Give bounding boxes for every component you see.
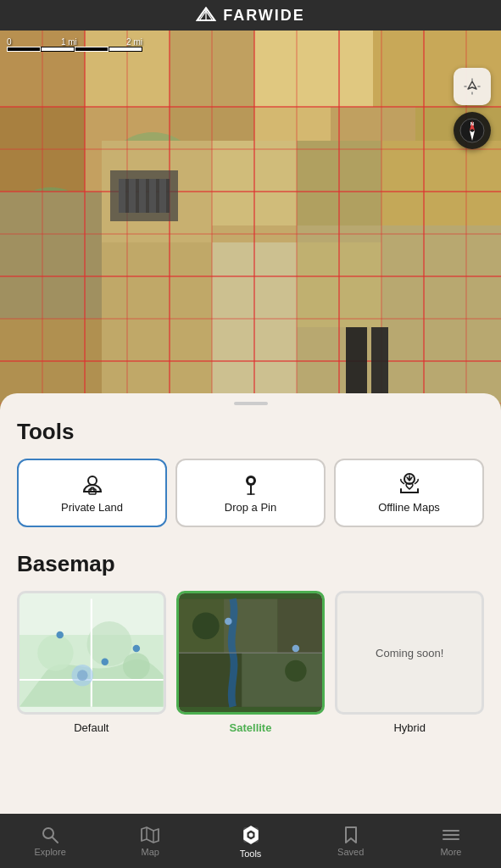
app-header: FARWIDE (0, 0, 501, 31)
nav-saved[interactable]: Saved (301, 819, 401, 864)
compass-icon: N (459, 117, 486, 144)
nav-saved-label: Saved (337, 847, 364, 857)
basemap-hybrid-label: Hybrid (393, 721, 426, 734)
basemap-section-title: Basemap (17, 551, 484, 577)
tools-icon (240, 824, 262, 846)
more-icon (442, 826, 460, 844)
basemap-options-row: Default (17, 591, 484, 734)
basemap-default-thumb (17, 591, 166, 715)
svg-point-88 (285, 660, 306, 682)
svg-point-80 (77, 670, 88, 681)
nav-map-label: Map (142, 847, 159, 857)
nav-tools-label: Tools (240, 849, 262, 859)
bottom-nav: Explore Map Tools Saved More (0, 814, 501, 868)
svg-point-73 (123, 653, 150, 680)
location-icon (463, 77, 482, 96)
map-icon (141, 826, 159, 844)
tools-section-title: Tools (17, 419, 484, 445)
svg-point-78 (133, 645, 140, 652)
svg-rect-20 (0, 192, 102, 319)
svg-point-76 (56, 632, 63, 638)
bottom-sheet: Tools Private Land D (0, 393, 501, 814)
svg-rect-8 (254, 31, 373, 107)
basemap-satellite-label: Satellite (230, 721, 272, 734)
nav-explore-label: Explore (34, 847, 65, 857)
explore-icon (41, 826, 59, 844)
svg-point-71 (37, 635, 73, 670)
compass: N (454, 112, 491, 149)
svg-point-67 (248, 478, 253, 483)
nav-more[interactable]: More (401, 819, 501, 864)
svg-rect-52 (119, 179, 125, 213)
private-land-button[interactable]: Private Land (17, 459, 167, 527)
offline-maps-icon (398, 472, 421, 496)
svg-rect-55 (149, 179, 156, 213)
basemap-hybrid-thumb: Coming soon! (335, 591, 484, 715)
nav-tools[interactable]: Tools (200, 817, 300, 865)
svg-text:N: N (470, 121, 474, 126)
map-view[interactable]: 0 1 mi 2 mi N (0, 31, 501, 444)
svg-line-93 (53, 837, 58, 843)
svg-point-90 (292, 645, 298, 652)
nav-explore[interactable]: Explore (0, 819, 100, 864)
svg-point-89 (225, 618, 231, 625)
svg-marker-59 (468, 81, 476, 89)
nav-map[interactable]: Map (100, 819, 200, 864)
svg-rect-54 (139, 179, 146, 213)
svg-point-77 (102, 659, 109, 665)
app-logo: FARWIDE (196, 7, 305, 25)
private-land-icon (81, 472, 104, 496)
basemap-default[interactable]: Default (17, 591, 166, 734)
svg-rect-86 (242, 653, 322, 707)
svg-rect-56 (159, 179, 166, 213)
offline-maps-button[interactable]: Offline Maps (334, 459, 484, 527)
svg-point-64 (88, 476, 97, 485)
svg-rect-24 (381, 141, 501, 225)
svg-marker-94 (142, 827, 159, 843)
basemap-satellite-thumb (176, 591, 326, 715)
basemap-default-label: Default (74, 721, 109, 734)
svg-point-87 (192, 612, 220, 639)
drop-pin-button[interactable]: Drop a Pin (175, 459, 326, 527)
location-button[interactable] (454, 68, 491, 105)
svg-point-100 (248, 832, 253, 837)
scale-bar: 0 1 mi 2 mi (7, 37, 142, 53)
basemap-hybrid[interactable]: Coming soon! Hybrid (335, 591, 484, 734)
map-svg (0, 31, 501, 444)
saved-icon (342, 826, 360, 844)
svg-rect-58 (371, 327, 388, 395)
svg-rect-53 (129, 179, 136, 213)
tools-buttons-row: Private Land Drop a Pin (17, 459, 484, 527)
drop-pin-icon (239, 472, 263, 496)
nav-more-label: More (440, 847, 461, 857)
svg-point-92 (43, 828, 53, 838)
logo-icon (196, 7, 216, 24)
basemap-satellite[interactable]: Satellite (176, 591, 326, 734)
svg-rect-84 (277, 599, 322, 654)
svg-rect-57 (346, 327, 367, 395)
